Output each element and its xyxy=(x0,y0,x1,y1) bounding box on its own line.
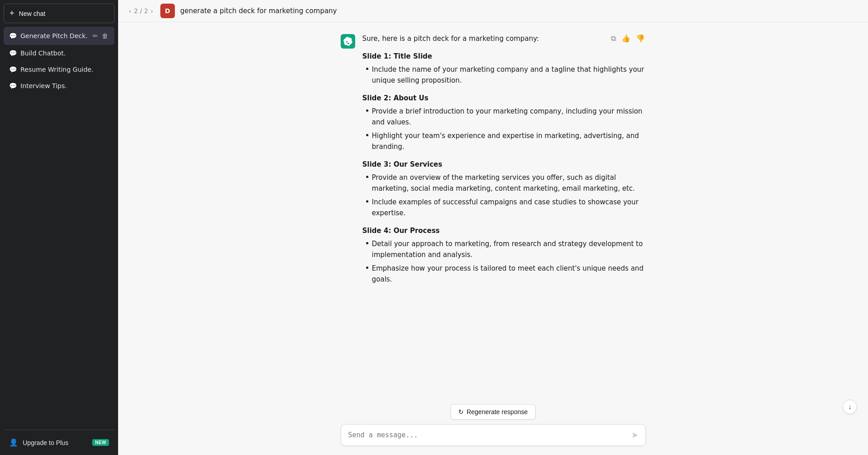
plus-icon: + xyxy=(10,9,15,18)
thumbdown-button[interactable]: 👎 xyxy=(635,33,646,44)
send-icon: ➤ xyxy=(631,430,638,440)
regenerate-icon: ↻ xyxy=(458,408,464,415)
nav-arrows: ‹ 2 / 2 › xyxy=(127,6,155,15)
chat-item-label: Generate Pitch Deck. xyxy=(20,32,88,40)
chat-item-label: Build Chatbot. xyxy=(20,49,66,57)
slide-bullet: Include examples of successful campaigns… xyxy=(366,197,646,218)
slides-container: Slide 1: Title Slide Include the name of… xyxy=(362,52,646,285)
chat-list: 💬 Generate Pitch Deck. ✏ 🗑 💬 Build Chatb… xyxy=(4,27,114,428)
slide-bullet: Provide an overview of the marketing ser… xyxy=(366,172,646,194)
assistant-avatar xyxy=(341,34,355,49)
slide-heading: Slide 1: Title Slide xyxy=(362,52,646,60)
upgrade-label: Upgrade to Plus xyxy=(23,439,68,446)
bullet-text: Emphasize how your process is tailored t… xyxy=(372,263,646,285)
upgrade-button[interactable]: 👤 Upgrade to Plus NEW xyxy=(4,434,114,451)
bullet-text: Detail your approach to marketing, from … xyxy=(372,238,646,260)
bullet-text: Include the name of your marketing compa… xyxy=(372,64,646,86)
thumbdown-icon: 👎 xyxy=(636,35,645,42)
delete-button[interactable]: 🗑 xyxy=(101,31,109,40)
next-nav-button[interactable]: › xyxy=(149,6,155,15)
slide-heading: Slide 3: Our Services xyxy=(362,160,646,168)
message-intro: Sure, here is a pitch deck for a marketi… xyxy=(362,33,646,44)
bottom-wrapper: ↻ Regenerate response ➤ ↓ xyxy=(118,404,868,455)
slide-bullet: Emphasize how your process is tailored t… xyxy=(366,263,646,285)
sidebar-chat-item[interactable]: 💬 Build Chatbot. xyxy=(4,45,114,61)
bullet-dot xyxy=(366,134,368,136)
scroll-down-button[interactable]: ↓ xyxy=(843,400,857,414)
bullet-text: Highlight your team's experience and exp… xyxy=(372,130,646,152)
input-area: ➤ xyxy=(341,424,646,446)
bullet-text: Include examples of successful campaigns… xyxy=(372,197,646,218)
chat-bubble-icon: 💬 xyxy=(9,66,17,73)
chat-item-left: 💬 Generate Pitch Deck. xyxy=(9,32,88,40)
rename-button[interactable]: ✏ xyxy=(92,31,99,40)
bullet-dot xyxy=(366,176,368,178)
thumbup-button[interactable]: 👍 xyxy=(620,33,631,44)
user-icon: 👤 xyxy=(9,438,18,447)
regenerate-label: Regenerate response xyxy=(466,408,528,415)
chat-item-left: 💬 Interview Tips. xyxy=(9,82,109,89)
slide-heading: Slide 2: About Us xyxy=(362,94,646,102)
sidebar-chat-item[interactable]: 💬 Generate Pitch Deck. ✏ 🗑 xyxy=(4,27,114,45)
gpt-logo-icon xyxy=(343,37,352,46)
chat-item-label: Interview Tips. xyxy=(20,82,67,89)
prev-nav-button[interactable]: ‹ xyxy=(127,6,133,15)
chat-item-left: 💬 Resume Writing Guide. xyxy=(9,66,109,73)
sidebar-bottom: 👤 Upgrade to Plus NEW xyxy=(4,430,114,451)
sidebar-chat-item[interactable]: 💬 Resume Writing Guide. xyxy=(4,61,114,78)
bullet-dot xyxy=(366,68,368,70)
slide-bullet: Detail your approach to marketing, from … xyxy=(366,238,646,260)
nav-count: 2 / 2 xyxy=(134,7,148,15)
bullet-dot xyxy=(366,267,368,269)
send-button[interactable]: ➤ xyxy=(631,430,638,440)
new-chat-button[interactable]: + New chat xyxy=(4,4,114,23)
chat-bubble-icon: 💬 xyxy=(9,32,17,40)
chat-bubble-icon: 💬 xyxy=(9,49,17,57)
bullet-text: Provide an overview of the marketing ser… xyxy=(372,172,646,194)
main-panel: ‹ 2 / 2 › D generate a pitch deck for ma… xyxy=(118,0,868,455)
regenerate-area: ↻ Regenerate response xyxy=(341,404,646,420)
new-chat-label: New chat xyxy=(19,10,45,17)
slide-bullet: Include the name of your marketing compa… xyxy=(366,64,646,86)
chat-item-label: Resume Writing Guide. xyxy=(20,66,94,73)
chat-header: ‹ 2 / 2 › D generate a pitch deck for ma… xyxy=(118,0,868,22)
chat-content[interactable]: Sure, here is a pitch deck for a marketi… xyxy=(118,22,868,404)
sidebar: + New chat 💬 Generate Pitch Deck. ✏ 🗑 💬 … xyxy=(0,0,118,455)
chat-bubble-icon: 💬 xyxy=(9,82,17,89)
bullet-dot xyxy=(366,200,368,203)
chat-item-left: 💬 Build Chatbot. xyxy=(9,49,109,57)
sidebar-chat-item[interactable]: 💬 Interview Tips. xyxy=(4,78,114,94)
user-avatar: D xyxy=(160,4,175,18)
chat-bottom: ↻ Regenerate response ➤ xyxy=(330,404,657,455)
new-badge: NEW xyxy=(92,439,109,446)
header-prompt: generate a pitch deck for marketing comp… xyxy=(180,7,337,15)
bullet-dot xyxy=(366,109,368,112)
thumbup-icon: 👍 xyxy=(621,35,630,42)
chat-input[interactable] xyxy=(348,431,627,439)
slide-bullet: Highlight your team's experience and exp… xyxy=(366,130,646,152)
copy-button[interactable]: ⧉ xyxy=(610,33,617,44)
bullet-text: Provide a brief introduction to your mar… xyxy=(372,106,646,128)
copy-icon: ⧉ xyxy=(611,35,616,42)
bullet-dot xyxy=(366,242,368,244)
chat-item-actions: ✏ 🗑 xyxy=(92,31,109,40)
assistant-message: Sure, here is a pitch deck for a marketi… xyxy=(341,33,646,287)
message-actions: ⧉ 👍 👎 xyxy=(610,33,646,44)
message-container: Sure, here is a pitch deck for a marketi… xyxy=(330,33,657,287)
slide-bullet: Provide a brief introduction to your mar… xyxy=(366,106,646,128)
regenerate-button[interactable]: ↻ Regenerate response xyxy=(451,404,536,420)
slide-heading: Slide 4: Our Process xyxy=(362,227,646,235)
message-body: Sure, here is a pitch deck for a marketi… xyxy=(362,33,646,287)
